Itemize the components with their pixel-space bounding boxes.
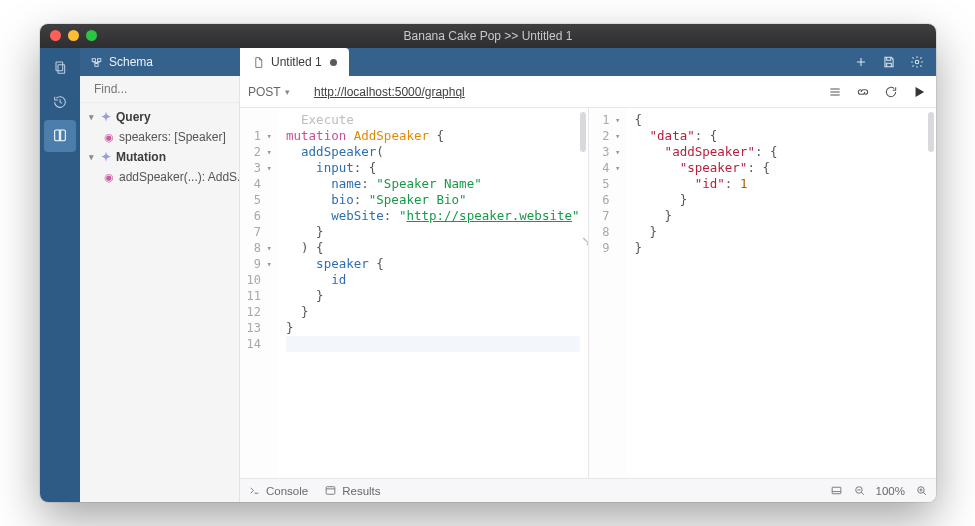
document-tab[interactable]: Untitled 1 [240,48,349,76]
tree-group-label: Mutation [116,150,166,164]
maximize-window-button[interactable] [86,30,97,41]
refresh-schema-button[interactable] [882,83,900,101]
documents-icon [52,60,68,76]
window-controls [50,30,97,41]
zoom-in-button[interactable] [915,484,928,497]
history-icon [52,94,68,110]
schema-panel-title: Schema [109,55,153,69]
svg-rect-1 [58,65,65,74]
file-icon [252,56,265,69]
toggle-panel-button[interactable] [830,484,843,497]
svg-rect-8 [832,487,841,494]
request-bar: POST ▾ [240,76,936,108]
chevron-down-icon: ▾ [285,87,290,97]
activity-bar [40,48,80,502]
schema-link-button[interactable] [854,83,872,101]
query-code[interactable]: Execute mutation AddSpeaker { addSpeaker… [278,108,588,478]
save-icon [882,55,896,69]
document-tab-label: Untitled 1 [271,55,322,69]
request-settings-button[interactable] [826,83,844,101]
dirty-indicator-icon [330,59,337,66]
plus-icon [854,55,868,69]
activity-history[interactable] [44,86,76,118]
tree-group-mutation[interactable]: ▾ ✦ Mutation [80,147,239,167]
status-bar: Console Results [240,478,936,502]
new-document-button[interactable] [850,51,872,73]
book-icon [52,128,68,144]
zoom-level: 100% [876,485,905,497]
http-method-label: POST [248,85,281,99]
app-window: Banana Cake Pop >> Untitled 1 [40,24,936,502]
window-title: Banana Cake Pop >> Untitled 1 [404,29,573,43]
svg-rect-2 [92,58,95,61]
schema-icon [90,56,103,69]
editor-area: POST ▾ [240,76,936,502]
svg-rect-7 [326,487,335,495]
tree-item-label: addSpeaker(...): AddS... [119,170,239,184]
tree-group-query[interactable]: ▾ ✦ Query [80,107,239,127]
type-icon: ✦ [101,150,111,164]
query-gutter: 1▾ 2▾ 3▾ 4 5 6 7 8▾ 9▾ 10 [240,108,278,478]
activity-schema[interactable] [44,120,76,152]
console-icon [248,484,261,497]
svg-rect-3 [98,58,101,61]
svg-point-5 [915,60,919,64]
zoom-out-icon [853,484,866,497]
tree-group-label: Query [116,110,151,124]
save-button[interactable] [878,51,900,73]
chevron-down-icon: ▾ [86,152,96,162]
tree-item-label: speakers: [Speaker] [119,130,226,144]
sliders-icon [828,85,842,99]
tab-strip: Schema Untitled 1 [80,48,936,76]
console-tab[interactable]: Console [248,484,308,497]
type-icon: ✦ [101,110,111,124]
tree-item-speakers[interactable]: ◉ speakers: [Speaker] [80,127,239,147]
schema-tree: ▾ ✦ Query ◉ speakers: [Speaker] ▾ ✦ [80,103,239,502]
play-icon [912,85,926,99]
scrollbar[interactable] [928,112,934,152]
scrollbar[interactable] [580,112,586,152]
zoom-out-button[interactable] [853,484,866,497]
close-window-button[interactable] [50,30,61,41]
svg-rect-4 [95,63,98,66]
results-label: Results [342,485,380,497]
tree-item-addspeaker[interactable]: ◉ addSpeaker(...): AddS... [80,167,239,187]
tab-actions [850,48,936,76]
results-icon [324,484,337,497]
query-editor[interactable]: 1▾ 2▾ 3▾ 4 5 6 7 8▾ 9▾ 10 [240,108,588,478]
schema-side-panel: ▾ ✦ Query ◉ speakers: [Speaker] ▾ ✦ [80,76,240,502]
panel-icon [830,484,843,497]
schema-panel-header: Schema [80,48,240,76]
zoom-in-icon [915,484,928,497]
response-viewer[interactable]: 1▾ 2▾ 3▾ 4▾ 5 6 7 8 9 { [588,108,937,478]
endpoint-url-input[interactable] [314,85,816,99]
results-tab[interactable]: Results [324,484,380,497]
schema-search [80,76,239,103]
response-code: { "data": { "addSpeaker": { "speaker": {… [627,108,937,478]
minimize-window-button[interactable] [68,30,79,41]
activity-documents[interactable] [44,52,76,84]
gear-icon [910,55,924,69]
field-icon: ◉ [104,171,114,184]
chevron-down-icon: ▾ [86,112,96,122]
link-icon [856,85,870,99]
settings-button[interactable] [906,51,928,73]
titlebar: Banana Cake Pop >> Untitled 1 [40,24,936,48]
execute-button[interactable] [910,83,928,101]
svg-rect-0 [56,62,63,71]
refresh-icon [884,85,898,99]
console-label: Console [266,485,308,497]
http-method-select[interactable]: POST ▾ [248,85,304,99]
schema-search-input[interactable] [94,82,244,96]
field-icon: ◉ [104,131,114,144]
response-gutter: 1▾ 2▾ 3▾ 4▾ 5 6 7 8 9 [589,108,627,478]
